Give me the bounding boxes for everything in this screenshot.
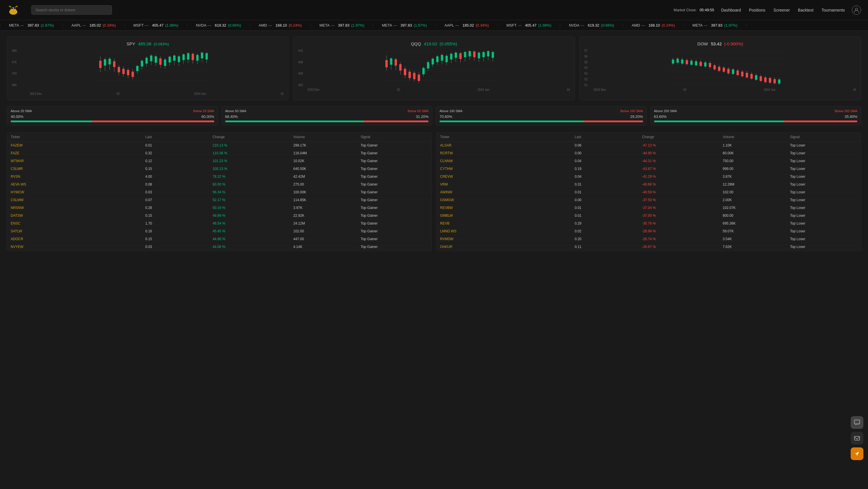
ticker-cell[interactable]: SATLW <box>11 229 145 233</box>
sma-bars-row: Above 20 SMA Below 20 SMA 40.00% 60.00% … <box>7 106 861 125</box>
sma-val-above: 70.60% <box>439 114 452 119</box>
svg-rect-26 <box>132 72 134 77</box>
ticker-cell[interactable]: FAZEW <box>11 143 145 147</box>
svg-rect-152 <box>750 74 752 79</box>
change-cell: 46.54 % <box>213 221 293 225</box>
svg-rect-136 <box>713 65 716 69</box>
ticker-change: (0.34%) <box>475 23 489 27</box>
ticker-item: NVDA—619.32(0.66%) <box>187 23 250 27</box>
ticker-change: (1.97%) <box>724 23 738 27</box>
ticker-change: (1.97%) <box>351 23 364 27</box>
last-cell: 0.01 <box>145 143 213 147</box>
svg-rect-66 <box>390 58 393 65</box>
svg-rect-68 <box>395 59 397 66</box>
ticker-cell[interactable]: CSLMW <box>11 198 145 202</box>
ticker-cell[interactable]: GMBLW <box>440 213 575 218</box>
ticker-cell[interactable]: RVMDW <box>440 237 575 241</box>
ticker-change: (0.34%) <box>102 23 116 27</box>
signal-cell: Top Gainer <box>361 167 428 171</box>
svg-rect-28 <box>136 66 138 71</box>
ticker-cell[interactable]: ALSAR <box>440 143 575 147</box>
change-cell: -26.67 % <box>642 245 723 249</box>
ticker-cell[interactable]: FAZE <box>11 151 145 155</box>
ticker-cell[interactable]: WTMAR <box>11 159 145 163</box>
ticker-cell[interactable]: NRSNW <box>11 206 145 210</box>
change-cell: 49.99 % <box>213 213 293 218</box>
ticker-change: (1.97%) <box>414 23 427 27</box>
volume-cell: 800.00 <box>723 213 790 218</box>
nav-screener[interactable]: Screener <box>774 8 790 12</box>
ticker-cell[interactable]: ENSC <box>11 221 145 225</box>
ticker-cell[interactable]: DATSW <box>11 213 145 218</box>
ticker-cell[interactable]: AWINW <box>440 190 575 194</box>
nav-positions[interactable]: Positions <box>749 8 766 12</box>
nav-dashboard[interactable]: Dashboard <box>721 8 741 12</box>
change-cell: -28.99 % <box>642 229 723 233</box>
nav-backtest[interactable]: Backtest <box>798 8 813 12</box>
svg-rect-156 <box>760 76 762 81</box>
volume-cell: 695.36K <box>723 221 790 225</box>
signal-cell: Top Loser <box>790 182 857 186</box>
svg-rect-76 <box>413 73 415 79</box>
ticker-change: (1.98%) <box>165 23 179 27</box>
ticker-price: 405.47 <box>525 23 536 27</box>
change-cell: -26.74 % <box>642 237 723 241</box>
ticker-cell[interactable]: ADOCR <box>11 237 145 241</box>
ticker-cell[interactable]: CSLMR <box>11 167 145 171</box>
ticker-cell[interactable]: AEVA.WS <box>11 182 145 186</box>
table-row: RVSN 4.00 78.22 % 42.42M Top Gainer <box>7 173 431 181</box>
signal-cell: Top Gainer <box>361 143 428 147</box>
signal-cell: Top Loser <box>790 159 857 163</box>
last-cell: 0.02 <box>575 229 642 233</box>
change-cell: 50.16 % <box>213 206 293 210</box>
svg-point-5 <box>855 8 858 10</box>
ticker-cell[interactable]: CREVW <box>440 175 575 179</box>
ticker-item: AAPL—185.02(0.34%) <box>63 23 125 27</box>
ticker-cell[interactable]: REVB <box>440 221 575 225</box>
tables-row: Ticker Last Change Volume Signal FAZEW 0… <box>7 132 861 251</box>
svg-rect-74 <box>409 72 411 78</box>
last-cell: 0.15 <box>145 167 213 171</box>
ticker-cell[interactable]: VRM <box>440 182 575 186</box>
last-cell: 0.01 <box>575 206 642 210</box>
ticker-cell[interactable]: OAKUR <box>440 245 575 249</box>
ticker-cell[interactable]: CYTHW <box>440 167 575 171</box>
svg-rect-56 <box>201 53 203 58</box>
search-input[interactable] <box>31 5 112 15</box>
ticker-cell[interactable]: LMND.WS <box>440 229 575 233</box>
ticker-cell[interactable]: RCRTW <box>440 151 575 155</box>
svg-rect-88 <box>441 55 443 61</box>
ticker-price: 168.10 <box>276 23 287 27</box>
signal-cell: Top Loser <box>790 213 857 218</box>
change-cell: 101.23 % <box>213 159 293 163</box>
ticker-cell[interactable]: GSMGW <box>440 198 575 202</box>
chart-qqq-x-labels: 2023 Dec022024 Jan16 <box>307 88 570 91</box>
svg-rect-124 <box>685 60 688 64</box>
sma-bar-fill <box>11 120 92 122</box>
ticker-cell[interactable]: REVBW <box>440 206 575 210</box>
user-icon[interactable] <box>852 5 861 15</box>
table-row: CYTHW 0.19 -43.87 % 999.00 Top Loser <box>437 165 861 173</box>
signal-cell: Top Gainer <box>361 213 428 218</box>
volume-cell: 447.00 <box>293 237 361 241</box>
sma-label-below: Below 20 SMA <box>193 109 214 113</box>
ticker-item: NVDA—619.32(0.66%) <box>560 23 623 27</box>
sma-header: Above 100 SMA Below 100 SMA <box>439 109 643 113</box>
sma-values: 68.40% 31.20% <box>225 114 429 119</box>
nav-tournaments[interactable]: Tournaments <box>822 8 845 12</box>
volume-cell: 60.00K <box>723 151 790 155</box>
last-cell: 0.16 <box>145 229 213 233</box>
change-cell: 44.06 % <box>213 245 293 249</box>
signal-cell: Top Loser <box>790 167 857 171</box>
table-row: RVMDW 0.20 -26.74 % 3.54K Top Loser <box>437 235 861 243</box>
ticker-cell[interactable]: NVYEW <box>11 245 145 249</box>
svg-rect-146 <box>736 70 739 75</box>
signal-cell: Top Loser <box>790 206 857 210</box>
losers-table: Ticker Last Change Volume Signal ALSAR 0… <box>436 132 861 251</box>
ticker-cell[interactable]: CLNNW <box>440 159 575 163</box>
ticker-cell[interactable]: HYMCW <box>11 190 145 194</box>
header: Market Close: 05:49:55 Dashboard Positio… <box>0 0 868 20</box>
table-row: GMBLW 0.01 -37.00 % 800.00 Top Loser <box>437 212 861 220</box>
ticker-cell[interactable]: RVSN <box>11 175 145 179</box>
svg-rect-162 <box>773 79 776 83</box>
